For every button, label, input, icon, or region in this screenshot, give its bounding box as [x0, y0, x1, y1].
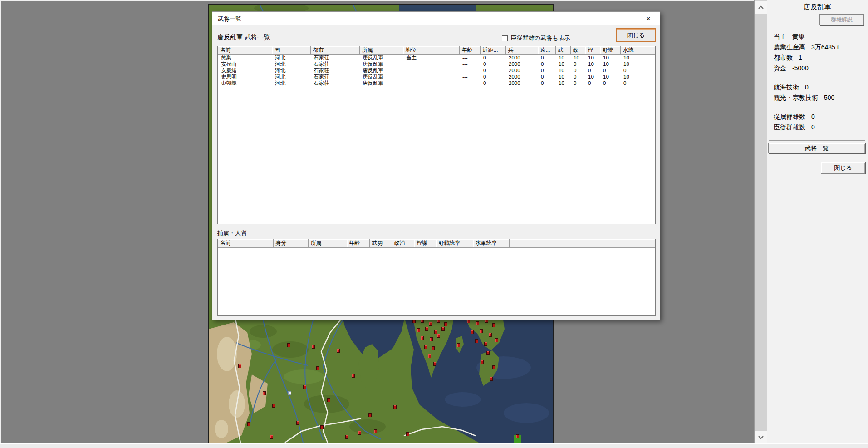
city-marker[interactable]: [358, 431, 361, 435]
city-marker[interactable]: [406, 432, 409, 436]
column-header[interactable]: 身分: [273, 239, 308, 247]
city-marker[interactable]: [492, 323, 495, 327]
city-marker[interactable]: [429, 322, 432, 326]
chevron-up-icon: [758, 5, 764, 9]
city-marker[interactable]: [337, 349, 340, 353]
city-marker[interactable]: [296, 421, 299, 425]
column-header[interactable]: 智謀: [414, 239, 436, 247]
column-header[interactable]: [509, 239, 656, 247]
city-marker[interactable]: [476, 321, 479, 325]
city-marker[interactable]: [238, 364, 241, 368]
city-marker[interactable]: [471, 330, 474, 334]
column-header[interactable]: 所属: [359, 46, 403, 54]
city-marker[interactable]: [312, 345, 315, 349]
prisoner-list[interactable]: 名前身分所属年齢武勇政治智謀野戦統率水軍統率: [217, 239, 656, 316]
city-marker[interactable]: [481, 360, 484, 364]
city-marker[interactable]: [417, 328, 420, 332]
city-marker[interactable]: [492, 365, 495, 369]
table-row[interactable]: 安禄山河北石家荘唐反乱軍---020000100101010: [218, 61, 656, 67]
city-marker[interactable]: [421, 336, 424, 340]
officer-table-header-row: 名前国都市所属地位年齢近距...兵遠...武政智野統水統: [218, 46, 656, 54]
city-marker[interactable]: [345, 435, 348, 439]
column-header[interactable]: 武勇: [369, 239, 392, 247]
column-header[interactable]: 年齢: [347, 239, 369, 247]
column-header[interactable]: 武: [555, 46, 570, 54]
column-header[interactable]: 地位: [403, 46, 459, 54]
city-marker[interactable]: [486, 351, 490, 355]
prisoner-section-label: 捕虜・人質: [217, 229, 247, 237]
faction-info-button[interactable]: 群雄解説: [819, 14, 864, 25]
city-marker[interactable]: [352, 374, 355, 378]
faction-panel: 唐反乱軍 群雄解説 当主黄巣農業生産高3万6485 t都市数1資金-5000航海…: [767, 0, 868, 443]
dialog-close-button[interactable]: ×: [640, 13, 657, 25]
table-row[interactable]: 黄巣河北石家荘唐反乱軍当主---0200001010101010: [218, 54, 656, 61]
faction-stats-box: 当主黄巣農業生産高3万6485 t都市数1資金-5000航海技術0観光・宗教技術…: [769, 26, 865, 141]
column-header[interactable]: 近距...: [480, 46, 505, 54]
city-marker[interactable]: [263, 391, 266, 395]
map-cursor-dot: [288, 391, 291, 395]
column-header[interactable]: 野戦統率: [436, 239, 473, 247]
table-row[interactable]: 史朝義河北石家荘唐反乱軍---020000100000: [218, 80, 656, 86]
city-marker[interactable]: [287, 343, 290, 347]
column-header[interactable]: 国: [272, 46, 310, 54]
city-marker[interactable]: [368, 413, 372, 417]
chevron-down-icon: [758, 436, 764, 439]
city-marker[interactable]: [480, 329, 483, 333]
city-marker[interactable]: [272, 404, 275, 408]
column-header[interactable]: 水軍統率: [473, 239, 509, 247]
city-marker[interactable]: [424, 345, 427, 349]
city-marker[interactable]: [425, 327, 428, 331]
city-marker[interactable]: [441, 327, 445, 331]
city-marker[interactable]: [432, 346, 435, 350]
panel-close-button[interactable]: 閉じる: [821, 162, 865, 174]
city-marker[interactable]: [316, 366, 319, 370]
column-header[interactable]: 水統: [620, 46, 642, 54]
column-header[interactable]: 所属: [308, 239, 347, 247]
city-marker[interactable]: [457, 343, 460, 347]
officer-list-button[interactable]: 武将一覧: [768, 143, 865, 153]
map-vertical-scrollbar[interactable]: [754, 0, 767, 445]
city-marker[interactable]: [247, 422, 250, 426]
city-marker[interactable]: [374, 429, 377, 433]
column-header[interactable]: 遠...: [538, 46, 555, 54]
vassal-checkbox-row[interactable]: 臣従群雄の武将も表示: [502, 34, 570, 42]
city-marker[interactable]: [270, 435, 273, 439]
city-marker[interactable]: [393, 405, 397, 409]
city-marker[interactable]: [484, 342, 487, 346]
column-header[interactable]: 野統: [600, 46, 620, 54]
stat-row: 資金-5000: [774, 63, 865, 74]
city-marker[interactable]: [516, 434, 519, 438]
city-marker[interactable]: [475, 339, 478, 343]
city-marker[interactable]: [303, 385, 306, 389]
column-header[interactable]: 政: [570, 46, 585, 54]
scroll-up-button[interactable]: [755, 1, 767, 14]
checkbox-icon[interactable]: [502, 35, 508, 41]
city-marker[interactable]: [489, 333, 492, 337]
dialog-body: 唐反乱軍 武将一覧 臣従群雄の武将も表示 閉じる 名前国都市所属地位年齢近距..…: [212, 25, 660, 320]
city-marker[interactable]: [433, 362, 436, 366]
city-marker[interactable]: [490, 377, 493, 381]
column-header[interactable]: [642, 46, 656, 54]
table-row[interactable]: 安慶緒河北石家荘唐反乱軍---020000100000: [218, 67, 656, 74]
scroll-down-button[interactable]: [755, 431, 767, 444]
city-marker[interactable]: [428, 354, 431, 358]
city-marker[interactable]: [320, 425, 324, 429]
dialog-titlebar[interactable]: 武将一覧 ×: [212, 12, 660, 25]
table-row[interactable]: 史思明河北石家荘唐反乱軍---020000100101010: [218, 74, 656, 80]
prisoner-table-header-row: 名前身分所属年齢武勇政治智謀野戦統率水軍統率: [218, 239, 656, 247]
column-header[interactable]: 名前: [218, 239, 273, 247]
city-marker[interactable]: [430, 337, 433, 341]
column-header[interactable]: 都市: [310, 46, 359, 54]
city-marker[interactable]: [437, 334, 440, 338]
dialog-close-action-button[interactable]: 閉じる: [616, 28, 656, 42]
city-marker[interactable]: [495, 338, 498, 342]
column-header[interactable]: 政治: [392, 239, 414, 247]
city-marker[interactable]: [444, 322, 447, 326]
city-marker[interactable]: [327, 398, 330, 402]
column-header[interactable]: 名前: [218, 46, 272, 54]
column-header[interactable]: 兵: [505, 46, 538, 54]
column-header[interactable]: 智: [585, 46, 600, 54]
status-bar: [0, 443, 868, 448]
column-header[interactable]: 年齢: [459, 46, 480, 54]
officer-list[interactable]: 名前国都市所属地位年齢近距...兵遠...武政智野統水統 黄巣河北石家荘唐反乱軍…: [217, 46, 656, 224]
